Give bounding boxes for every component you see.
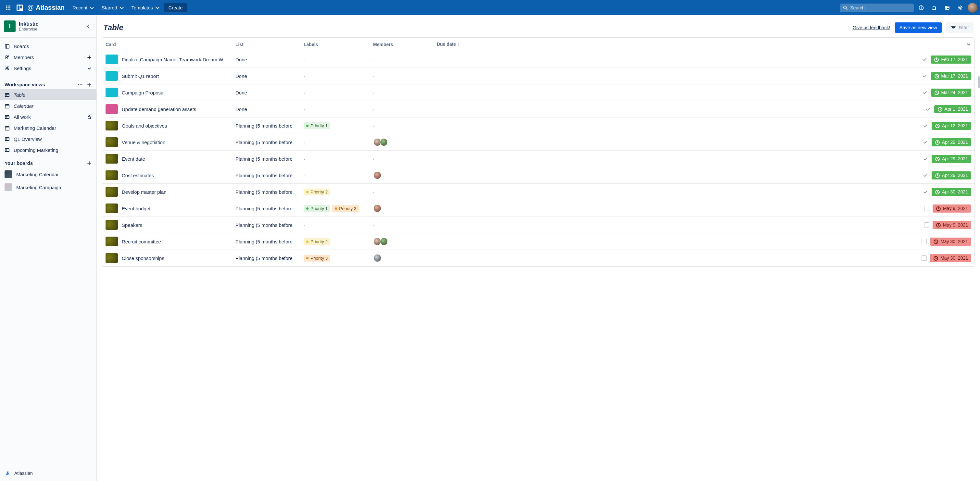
filter-button[interactable]: Filter — [946, 22, 974, 33]
boards-icon[interactable] — [942, 2, 953, 13]
due-date-pill[interactable]: Apr 29, 2021 — [932, 155, 971, 163]
complete-check-icon[interactable] — [923, 123, 928, 129]
sidebar-item-settings[interactable]: Settings — [0, 63, 97, 74]
search-input[interactable] — [850, 5, 910, 10]
complete-check-icon[interactable] — [925, 106, 931, 112]
card-cover-swatch — [105, 71, 118, 81]
add-member-icon[interactable] — [87, 54, 92, 60]
table-row[interactable]: Campaign ProposalDoneMar 24, 2021 — [102, 84, 974, 101]
column-menu-icon[interactable] — [966, 41, 971, 47]
views-more-icon[interactable] — [78, 81, 83, 87]
sidebar-view-item[interactable]: Upcoming Marketing — [0, 144, 97, 156]
complete-check-icon[interactable] — [923, 172, 928, 178]
priority-label[interactable]: Priority 2 — [304, 189, 330, 195]
priority-label[interactable]: Priority 2 — [304, 238, 330, 245]
complete-check-icon[interactable] — [923, 139, 928, 145]
priority-label[interactable]: Priority 1 — [304, 122, 330, 129]
info-icon[interactable] — [916, 2, 927, 13]
priority-label[interactable]: Priority 3 — [304, 255, 330, 262]
table-row[interactable]: Update demand generation assetsDoneApr 1… — [102, 101, 974, 117]
due-date-pill[interactable]: Apr 30, 2021 — [932, 188, 971, 196]
settings-gear-icon[interactable] — [955, 2, 966, 13]
save-view-button[interactable]: Save as new view — [895, 22, 942, 33]
sidebar-view-item[interactable]: Table — [0, 89, 97, 100]
complete-checkbox[interactable] — [924, 222, 929, 227]
table-row[interactable]: Submit Q1 reportDoneMar 17, 2021 — [102, 68, 974, 84]
table-row[interactable]: Venue & negotiationPlanning (5 months be… — [102, 134, 974, 151]
sidebar-view-item[interactable]: All work — [0, 111, 97, 122]
due-date-pill[interactable]: May 9, 2021 — [932, 205, 971, 213]
complete-check-icon[interactable] — [922, 90, 928, 95]
due-date-text: May 9, 2021 — [943, 206, 968, 211]
sidebar-view-item[interactable]: Marketing Calendar — [0, 122, 97, 133]
brand[interactable]: @Atlassian — [26, 4, 68, 11]
sidebar-item-boards[interactable]: Boards — [0, 41, 97, 52]
col-card[interactable]: Card — [102, 38, 232, 51]
nav-templates[interactable]: Templates — [128, 3, 163, 12]
add-board-icon[interactable] — [87, 160, 92, 166]
col-list[interactable]: List — [232, 38, 301, 51]
table-row[interactable]: SpeakersPlanning (5 months beforeMay 9, … — [102, 217, 974, 233]
table-row[interactable]: Finalize Campaign Name: Teamwork Dream W… — [102, 51, 974, 68]
table-row[interactable]: Event datePlanning (5 months beforeApr 2… — [102, 151, 974, 167]
create-button[interactable]: Create — [164, 3, 187, 12]
table-row[interactable]: Goals and objectivesPlanning (5 months b… — [102, 117, 974, 134]
due-date-pill[interactable]: Apr 1, 2021 — [934, 105, 971, 113]
scrollbar-thumb[interactable] — [978, 76, 980, 88]
complete-checkbox[interactable] — [921, 256, 927, 260]
search-box[interactable] — [840, 3, 914, 12]
sidebar-view-item[interactable]: Calendar — [0, 100, 97, 111]
priority-label[interactable]: Priority 3 — [332, 205, 359, 212]
sidebar-view-item[interactable]: Q1 Overview — [0, 133, 97, 144]
complete-checkbox[interactable] — [924, 206, 929, 211]
table-row[interactable]: Recruit committeePlanning (5 months befo… — [102, 233, 974, 250]
sidebar-board-item[interactable]: Marketing Campaign — [0, 181, 97, 194]
col-labels[interactable]: Labels — [301, 38, 370, 51]
nav-recent[interactable]: Recent — [69, 3, 98, 12]
due-date-pill[interactable]: May 30, 2021 — [930, 238, 971, 246]
due-date-pill[interactable]: Mar 17, 2021 — [931, 72, 972, 80]
complete-check-icon[interactable] — [922, 73, 928, 79]
member-avatar[interactable] — [373, 254, 382, 262]
sidebar-board-item[interactable]: Marketing Calendar — [0, 168, 97, 181]
user-avatar[interactable] — [968, 3, 977, 13]
table-row[interactable]: Close sponsorshipsPlanning (5 months bef… — [102, 250, 974, 267]
svg-point-19 — [81, 84, 83, 85]
table-row[interactable]: Cost estimatesPlanning (5 months beforeA… — [102, 167, 974, 184]
due-date-pill[interactable]: May 9, 2021 — [932, 221, 971, 229]
due-date-pill[interactable]: Feb 17, 2021 — [931, 56, 971, 63]
complete-check-icon[interactable] — [921, 57, 928, 62]
feedback-link[interactable]: Give us feedback! — [853, 25, 890, 30]
due-date-pill[interactable]: Apr 29, 2021 — [932, 138, 971, 146]
sort-asc-icon: ↑ — [457, 42, 459, 47]
due-date-pill[interactable]: Apr 29, 2021 — [932, 171, 971, 179]
nav-starred[interactable]: Starred — [99, 3, 127, 12]
due-cell: Apr 30, 2021 — [433, 184, 974, 200]
add-view-icon[interactable] — [87, 81, 92, 87]
due-date-pill[interactable]: Apr 12, 2021 — [932, 122, 971, 130]
priority-label[interactable]: Priority 1 — [304, 205, 330, 212]
member-avatar[interactable] — [380, 138, 388, 146]
settings-expand-icon[interactable] — [87, 65, 92, 71]
sidebar-item-members[interactable]: Members — [0, 52, 97, 63]
sidebar-footer[interactable]: Atlassian — [0, 465, 97, 481]
complete-check-icon[interactable] — [923, 189, 928, 195]
chevron-left-icon — [86, 24, 91, 29]
complete-checkbox[interactable] — [921, 239, 927, 244]
member-avatar[interactable] — [373, 171, 382, 179]
table-row[interactable]: Develop master planPlanning (5 months be… — [102, 184, 974, 200]
col-due[interactable]: Due date↑ — [433, 38, 974, 51]
card-cover-swatch — [105, 170, 118, 180]
notification-bell-icon[interactable] — [929, 2, 940, 13]
due-date-pill[interactable]: Mar 24, 2021 — [931, 89, 972, 97]
due-date-pill[interactable]: May 30, 2021 — [930, 254, 971, 262]
app-switcher-icon[interactable] — [3, 2, 14, 13]
page-header: Table Give us feedback! Save as new view… — [97, 15, 980, 37]
collapse-sidebar-button[interactable] — [84, 22, 92, 30]
member-avatar[interactable] — [373, 204, 382, 213]
complete-check-icon[interactable] — [923, 156, 928, 162]
trello-logo-icon[interactable] — [14, 2, 25, 13]
col-members[interactable]: Members — [370, 38, 433, 51]
table-row[interactable]: Event budgetPlanning (5 months beforePri… — [102, 200, 974, 217]
member-avatar[interactable] — [380, 237, 388, 246]
